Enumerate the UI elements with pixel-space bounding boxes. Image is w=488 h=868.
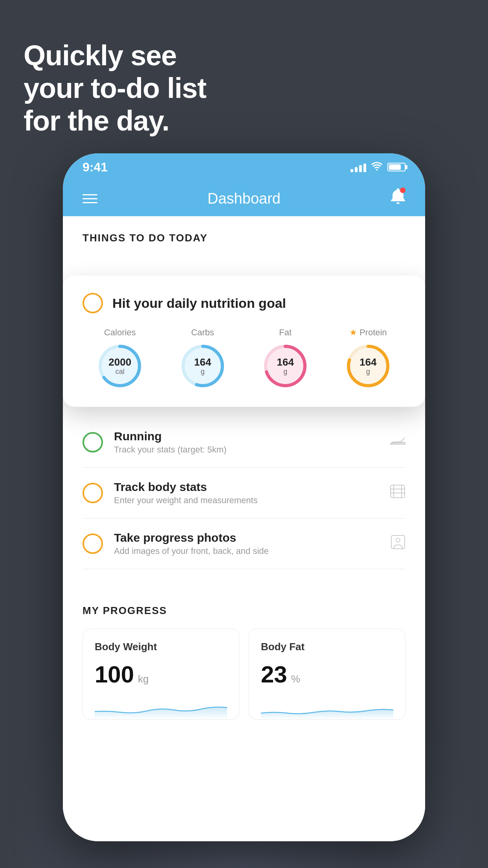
body-weight-card: Body Weight 100 kg <box>83 629 239 720</box>
calories-label: Calories <box>104 327 136 338</box>
status-icons <box>350 161 405 173</box>
nutrition-item-carbs: Carbs 164 g <box>165 327 240 390</box>
carbs-circle: 164 g <box>179 342 226 390</box>
phone-content: THINGS TO DO TODAY Hit your daily nutrit… <box>63 216 425 841</box>
photos-title: Take progress photos <box>114 531 380 544</box>
photos-subtitle: Add images of your front, back, and side <box>114 546 380 556</box>
battery-icon <box>387 163 405 171</box>
body-stats-subtitle: Enter your weight and measurements <box>114 495 379 506</box>
body-stats-check-circle <box>83 483 103 503</box>
fat-value: 164 g <box>277 357 294 375</box>
protein-circle: 164 g <box>345 342 392 390</box>
running-shoe-icon <box>390 434 405 451</box>
todo-list: Running Track your stats (target: 5km) T <box>63 417 425 569</box>
running-text: Running Track your stats (target: 5km) <box>114 430 379 455</box>
hamburger-menu[interactable] <box>83 194 97 203</box>
body-fat-value: 23 <box>261 661 287 688</box>
nutrition-check-circle[interactable] <box>83 293 103 313</box>
svg-rect-12 <box>391 485 405 498</box>
svg-point-18 <box>396 538 400 542</box>
nutrition-card: Hit your daily nutrition goal Calories <box>63 276 425 407</box>
protein-label-row: ★ Protein <box>349 327 387 338</box>
running-title: Running <box>114 430 379 443</box>
status-time: 9:41 <box>83 160 108 175</box>
headline: Quickly see your to-do list for the day. <box>24 39 206 137</box>
nav-title: Dashboard <box>207 190 281 207</box>
nav-bar: Dashboard <box>63 181 425 216</box>
body-stats-title: Track body stats <box>114 480 379 494</box>
fat-label: Fat <box>279 327 292 338</box>
hamburger-line-3 <box>83 202 97 203</box>
battery-fill <box>389 164 401 170</box>
headline-line3: for the day. <box>24 105 206 137</box>
calories-value: 2000 cal <box>108 357 131 375</box>
signal-bar-4 <box>363 164 366 172</box>
nutrition-card-title: Hit your daily nutrition goal <box>112 296 286 311</box>
body-weight-title: Body Weight <box>95 641 227 653</box>
body-fat-title: Body Fat <box>261 641 393 653</box>
list-item-running[interactable]: Running Track your stats (target: 5km) <box>83 417 405 468</box>
fat-circle: 164 g <box>262 342 309 390</box>
card-title-row: Hit your daily nutrition goal <box>83 293 405 313</box>
list-item-photos[interactable]: Take progress photos Add images of your … <box>83 519 405 569</box>
my-progress-header: MY PROGRESS <box>83 605 405 617</box>
body-fat-unit: % <box>291 673 300 685</box>
headline-line1: Quickly see <box>24 39 206 72</box>
nutrition-item-fat: Fat 164 g <box>248 327 323 390</box>
body-weight-chart <box>95 696 227 719</box>
body-fat-value-row: 23 % <box>261 661 393 688</box>
signal-bar-3 <box>359 165 362 172</box>
running-check-circle <box>83 432 103 452</box>
carbs-label: Carbs <box>191 327 214 338</box>
headline-line2: your to-do list <box>24 72 206 105</box>
scale-icon <box>390 484 405 502</box>
my-progress-section: MY PROGRESS Body Weight 100 kg <box>63 585 425 736</box>
photos-text: Take progress photos Add images of your … <box>114 531 380 556</box>
signal-bar-2 <box>355 167 358 172</box>
signal-bar-1 <box>350 169 353 172</box>
phone: 9:41 Dashboard <box>63 153 425 841</box>
nutrition-item-calories: Calories 2000 cal <box>83 327 158 390</box>
signal-bars-icon <box>350 162 366 172</box>
body-weight-value: 100 <box>95 661 134 688</box>
photos-check-circle <box>83 533 103 554</box>
status-bar: 9:41 <box>63 153 425 181</box>
running-subtitle: Track your stats (target: 5km) <box>114 445 379 455</box>
bell-notification-dot <box>400 188 405 193</box>
wifi-icon <box>371 161 383 173</box>
bell-icon[interactable] <box>391 188 405 209</box>
protein-star-icon: ★ <box>349 327 357 338</box>
nutrition-item-protein: ★ Protein 164 g <box>331 327 406 390</box>
things-to-do-header: THINGS TO DO TODAY <box>63 216 425 252</box>
protein-label: Protein <box>360 327 387 338</box>
hamburger-line-2 <box>83 198 97 199</box>
list-item-body-stats[interactable]: Track body stats Enter your weight and m… <box>83 468 405 519</box>
hamburger-line-1 <box>83 194 97 195</box>
protein-value: 164 g <box>360 357 376 375</box>
nutrition-row: Calories 2000 cal <box>83 327 405 390</box>
progress-cards: Body Weight 100 kg <box>83 629 405 720</box>
body-fat-chart <box>261 696 393 719</box>
carbs-value: 164 g <box>194 357 211 375</box>
body-weight-value-row: 100 kg <box>95 661 227 688</box>
body-stats-text: Track body stats Enter your weight and m… <box>114 480 379 506</box>
body-weight-unit: kg <box>138 673 149 685</box>
photo-person-icon <box>391 535 405 553</box>
calories-circle: 2000 cal <box>96 342 143 390</box>
body-fat-card: Body Fat 23 % <box>249 629 405 720</box>
